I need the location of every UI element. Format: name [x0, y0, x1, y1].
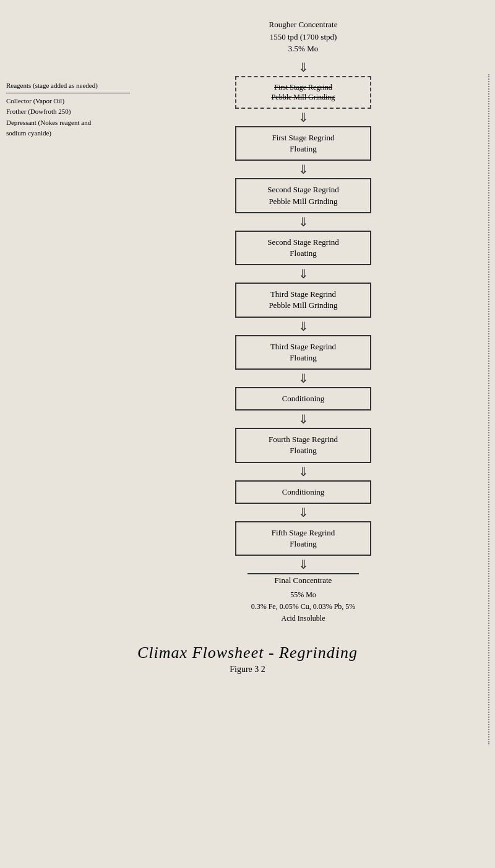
final-detail-2: 0.3% Fe, 0.05% Cu, 0.03% Pb, 5%: [248, 601, 359, 613]
step-first-regrind-floating-row: First Stage RegrindFloating Non-float to…: [136, 126, 470, 161]
right-border-decoration: [488, 74, 492, 744]
header-line2: 1550 tpd (1700 stpd): [269, 31, 338, 43]
arrow-1: ⇓: [298, 109, 309, 126]
step-fourth-regrind-floating: Fourth Stage RegrindFloating: [235, 428, 371, 462]
header-block: Rougher Concentrate 1550 tpd (1700 stpd)…: [269, 19, 338, 55]
figure-title: Climax Flowsheet - Regrinding: [0, 644, 495, 662]
step-second-regrind-floating-row: Second Stage RegrindFloating Non-float t…: [136, 231, 470, 265]
step-fifth-regrind-floating: Fifth Stage RegrindFloating: [235, 521, 371, 556]
arrow-7: ⇓: [298, 411, 309, 428]
reagents-title: Reagents (stage added as needed): [6, 80, 130, 93]
step-third-regrind-grinding: Third Stage RegrindPebble Mill Grinding: [235, 283, 371, 317]
final-detail-1: 55% Mo: [248, 589, 359, 601]
final-concentrate-block: Final Concentrate 55% Mo 0.3% Fe, 0.05% …: [248, 573, 359, 625]
step-third-regrind-floating-row: Third Stage RegrindFloating: [136, 335, 470, 370]
arrow-5: ⇓: [298, 318, 309, 335]
step-first-regrind-floating: First Stage RegrindFloating: [235, 126, 371, 161]
step-first-regrind-grinding: First Stage RegrindPebble Mill Grinding: [235, 76, 371, 109]
final-detail-3: Acid Insoluble: [248, 613, 359, 624]
step-third-regrind-grinding-row: Third Stage RegrindPebble Mill Grinding: [136, 283, 470, 317]
figure-number: Figure 3 2: [0, 665, 495, 674]
step-fifth-regrind-floating-row: Fifth Stage RegrindFloating Non-float Cl…: [136, 521, 470, 556]
arrow-final: ⇓: [298, 556, 309, 573]
arrow-6: ⇓: [298, 370, 309, 387]
figure-caption: Climax Flowsheet - Regrinding Figure 3 2: [0, 644, 495, 687]
arrow-0: ⇓: [298, 59, 309, 76]
header-line3: 3.5% Mo: [269, 43, 338, 55]
step-conditioning-2-row: Conditioning: [136, 480, 470, 504]
step-third-regrind-floating: Third Stage RegrindFloating: [235, 335, 371, 370]
reagent-item-2: Frother (Dowfroth 250): [6, 106, 130, 117]
arrow-2: ⇓: [298, 161, 309, 178]
reagent-item-3: Depressant (Nokes reagent and sodium cya…: [6, 117, 105, 139]
arrow-3: ⇓: [298, 213, 309, 231]
step-fourth-regrind-floating-row: Fourth Stage RegrindFloating: [136, 428, 470, 462]
header-title: Rougher Concentrate: [269, 19, 338, 31]
step-conditioning-1-row: Conditioning: [136, 387, 470, 411]
flowchart: Rougher Concentrate 1550 tpd (1700 stpd)…: [136, 12, 470, 625]
reagents-sidebar: Reagents (stage added as needed) Collect…: [6, 80, 130, 139]
step-second-regrind-floating: Second Stage RegrindFloating: [235, 231, 371, 265]
step-conditioning-1: Conditioning: [235, 387, 371, 411]
arrow-8: ⇓: [298, 463, 309, 480]
final-details: 55% Mo 0.3% Fe, 0.05% Cu, 0.03% Pb, 5% A…: [248, 589, 359, 625]
step-first-regrind-grinding-row: First Stage RegrindPebble Mill Grinding: [136, 76, 470, 109]
step-second-regrind-grinding-row: Second Stage RegrindPebble Mill Grinding: [136, 178, 470, 213]
step-conditioning-2: Conditioning: [235, 480, 371, 504]
page: Reagents (stage added as needed) Collect…: [0, 0, 495, 868]
step-second-regrind-grinding: Second Stage RegrindPebble Mill Grinding: [235, 178, 371, 213]
reagent-item-1: Collector (Vapor Oil): [6, 96, 130, 107]
arrow-4: ⇓: [298, 265, 309, 283]
final-concentrate-label: Final Concentrate: [248, 573, 359, 585]
arrow-9: ⇓: [298, 504, 309, 521]
